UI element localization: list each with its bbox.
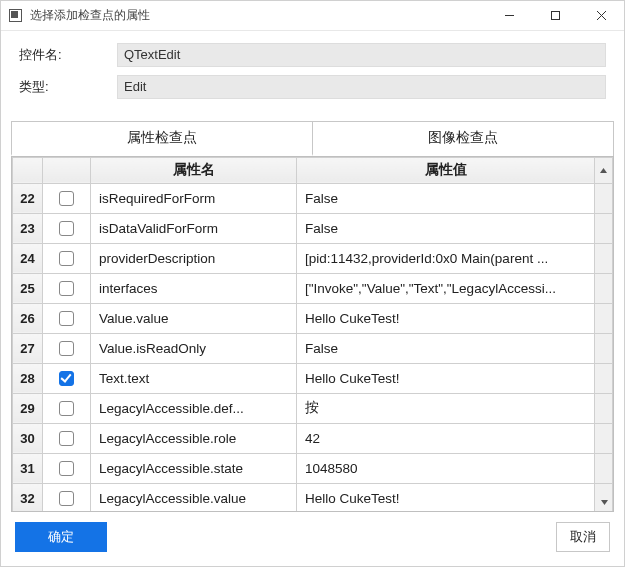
type-label: 类型: [19,78,117,96]
titlebar: 选择添加检查点的属性 [1,1,624,31]
scrollbar-track[interactable] [595,333,613,363]
scrollbar-track[interactable] [595,213,613,243]
cancel-button[interactable]: 取消 [556,522,610,552]
close-button[interactable] [578,1,624,30]
table-row[interactable]: 23isDataValidForFormFalse [13,213,613,243]
row-checkbox[interactable] [59,401,74,416]
row-checkbox[interactable] [59,341,74,356]
row-checkbox[interactable] [59,221,74,236]
header-attr-value[interactable]: 属性值 [297,157,595,183]
row-checkbox-cell [43,303,91,333]
scrollbar-track[interactable] [595,303,613,333]
attr-name-cell[interactable]: Text.text [91,363,297,393]
row-checkbox[interactable] [59,491,74,506]
table-row[interactable]: 28Text.textHello CukeTest! [13,363,613,393]
attr-name-cell[interactable]: providerDescription [91,243,297,273]
header-rownum [13,157,43,183]
tabs: 属性检查点 图像检查点 [11,121,614,156]
row-checkbox[interactable] [59,371,74,386]
row-checkbox-cell [43,273,91,303]
row-checkbox[interactable] [59,281,74,296]
attr-name-cell[interactable]: interfaces [91,273,297,303]
row-checkbox-cell [43,183,91,213]
row-checkbox[interactable] [59,431,74,446]
attr-value-cell[interactable]: 42 [297,423,595,453]
table-row[interactable]: 32LegacylAccessible.valueHello CukeTest! [13,483,613,512]
scrollbar-track[interactable] [595,363,613,393]
row-number: 25 [13,273,43,303]
row-number: 28 [13,363,43,393]
header-check [43,157,91,183]
row-number: 27 [13,333,43,363]
table-row[interactable]: 31LegacylAccessible.state1048580 [13,453,613,483]
scrollbar-up[interactable] [595,157,613,183]
row-checkbox-cell [43,243,91,273]
row-checkbox-cell [43,213,91,243]
attr-name-cell[interactable]: LegacylAccessible.role [91,423,297,453]
row-checkbox-cell [43,363,91,393]
row-number: 26 [13,303,43,333]
attr-name-cell[interactable]: LegacylAccessible.state [91,453,297,483]
attr-value-cell[interactable]: False [297,213,595,243]
svg-rect-1 [551,11,559,19]
attr-value-cell[interactable]: 按 [297,393,595,423]
attr-value-cell[interactable]: False [297,183,595,213]
table-row[interactable]: 30LegacylAccessible.role42 [13,423,613,453]
scrollbar-track[interactable] [595,393,613,423]
app-icon [9,9,22,22]
maximize-button[interactable] [532,1,578,30]
scrollbar-track[interactable] [595,273,613,303]
window-buttons [486,1,624,30]
scrollbar-track[interactable] [595,453,613,483]
scrollbar-track[interactable] [595,243,613,273]
control-name-label: 控件名: [19,46,117,64]
window-title: 选择添加检查点的属性 [30,7,486,24]
attr-value-cell[interactable]: [pid:11432,providerId:0x0 Main(parent ..… [297,243,595,273]
attr-name-cell[interactable]: isRequiredForForm [91,183,297,213]
attr-value-cell[interactable]: Hello CukeTest! [297,483,595,512]
row-checkbox-cell [43,423,91,453]
row-checkbox-cell [43,333,91,363]
table-row[interactable]: 24providerDescription[pid:11432,provider… [13,243,613,273]
row-number: 29 [13,393,43,423]
tab-attribute-checkpoint[interactable]: 属性检查点 [11,121,313,156]
row-checkbox-cell [43,483,91,512]
attributes-table: 属性名 属性值 22isRequiredForFormFalse23isData… [11,156,614,512]
row-checkbox[interactable] [59,191,74,206]
table-row[interactable]: 26Value.valueHello CukeTest! [13,303,613,333]
type-field[interactable]: Edit [117,75,606,99]
table-row[interactable]: 25interfaces["Invoke","Value","Text","Le… [13,273,613,303]
row-checkbox[interactable] [59,461,74,476]
table-row[interactable]: 22isRequiredForFormFalse [13,183,613,213]
control-name-field[interactable]: QTextEdit [117,43,606,67]
form-area: 控件名: QTextEdit 类型: Edit [1,31,624,117]
attr-value-cell[interactable]: Hello CukeTest! [297,303,595,333]
row-checkbox[interactable] [59,251,74,266]
attr-value-cell[interactable]: False [297,333,595,363]
attr-name-cell[interactable]: LegacylAccessible.def... [91,393,297,423]
scrollbar-track[interactable] [595,183,613,213]
attr-value-cell[interactable]: Hello CukeTest! [297,363,595,393]
table-row[interactable]: 27Value.isReadOnlyFalse [13,333,613,363]
tab-image-checkpoint[interactable]: 图像检查点 [313,121,614,156]
attr-name-cell[interactable]: Value.value [91,303,297,333]
ok-button[interactable]: 确定 [15,522,107,552]
row-checkbox-cell [43,393,91,423]
attr-name-cell[interactable]: LegacylAccessible.value [91,483,297,512]
attr-name-cell[interactable]: Value.isReadOnly [91,333,297,363]
attr-name-cell[interactable]: isDataValidForForm [91,213,297,243]
scrollbar-track[interactable] [595,423,613,453]
header-attr-name[interactable]: 属性名 [91,157,297,183]
row-number: 32 [13,483,43,512]
type-row: 类型: Edit [19,75,606,99]
minimize-button[interactable] [486,1,532,30]
row-checkbox-cell [43,453,91,483]
footer: 确定 取消 [1,512,624,566]
table-row[interactable]: 29LegacylAccessible.def...按 [13,393,613,423]
scrollbar-down[interactable] [596,494,612,510]
svg-marker-4 [600,168,607,173]
row-checkbox[interactable] [59,311,74,326]
row-number: 22 [13,183,43,213]
attr-value-cell[interactable]: ["Invoke","Value","Text","LegacylAccessi… [297,273,595,303]
attr-value-cell[interactable]: 1048580 [297,453,595,483]
